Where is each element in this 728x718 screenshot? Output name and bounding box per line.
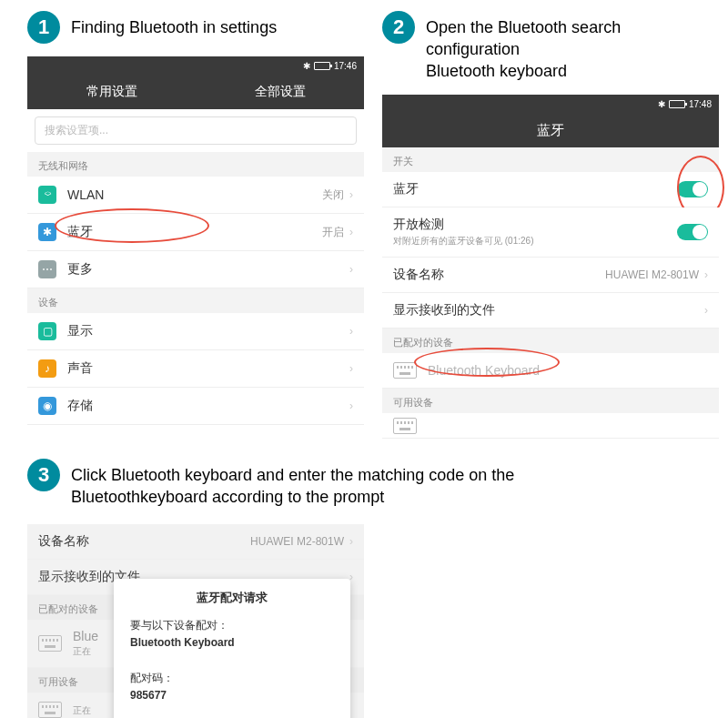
row-paired-keyboard[interactable]: Bluetooth Keyboard [382, 353, 719, 389]
keyboard-icon [393, 418, 417, 434]
section-available: 可用设备 [382, 389, 719, 413]
battery-icon [669, 100, 685, 108]
section-switch: 开关 [382, 147, 719, 172]
chevron-right-icon: › [704, 304, 708, 317]
battery-icon [314, 62, 330, 70]
dialog-pair-with: 要与以下设备配对： [130, 617, 334, 634]
screen-1-settings: ✱ 17:46 常用设置 全部设置 搜索设置项... 无线和网络 ⌔ WLAN … [27, 56, 364, 425]
pairing-dialog: 蓝牙配对请求 要与以下设备配对： Bluetooth Keyboard 配对码：… [114, 579, 350, 718]
keyboard-icon [38, 635, 62, 652]
tab-common-settings[interactable]: 常用设置 [27, 75, 196, 109]
dialog-code-label: 配对码： [130, 670, 334, 687]
row-bluetooth[interactable]: ✱ 蓝牙 开启 › [27, 214, 364, 251]
row-bt-toggle[interactable]: 蓝牙 [382, 172, 719, 207]
chevron-right-icon: › [349, 263, 353, 276]
step-1-text: Finding Bluetooth in settings [71, 11, 277, 38]
bluetooth-value: 开启 [322, 225, 344, 240]
chevron-right-icon: › [349, 188, 353, 201]
step-2-text: Open the Bluetooth search configuration … [426, 11, 701, 82]
wlan-label: WLAN [67, 187, 322, 202]
step-3-text: Click Bluetooth keyboard and enter the m… [71, 459, 514, 508]
status-time: 17:48 [689, 99, 712, 109]
chevron-right-icon: › [704, 268, 708, 281]
detect-toggle[interactable] [677, 224, 708, 240]
bluetooth-icon: ✱ [303, 61, 310, 71]
storage-label: 存储 [67, 398, 349, 414]
row-available-item[interactable] [382, 413, 719, 439]
display-label: 显示 [67, 323, 349, 339]
section-device: 设备 [27, 288, 364, 313]
row-display[interactable]: ▢ 显示 › [27, 313, 364, 350]
tab-all-settings[interactable]: 全部设置 [196, 75, 364, 109]
keyboard-icon [38, 702, 62, 718]
chevron-right-icon: › [349, 325, 353, 338]
row-detect[interactable]: 开放检测 对附近所有的蓝牙设备可见 (01:26) [382, 207, 719, 258]
bt-toggle-label: 蓝牙 [393, 181, 677, 197]
row-storage[interactable]: ◉ 存储 › [27, 388, 364, 425]
row-received-files[interactable]: 显示接收到的文件 › [382, 293, 719, 329]
more-label: 更多 [67, 261, 349, 278]
step-3-line1: Click Bluetooth keyboard and enter the m… [71, 466, 514, 484]
row-sound[interactable]: ♪ 声音 › [27, 350, 364, 388]
dialog-code: 985677 [130, 687, 334, 704]
bluetooth-icon: ✱ [38, 223, 56, 241]
more-icon: ⋯ [38, 260, 56, 278]
step-3-number: 3 [27, 459, 60, 491]
device-name-label: 设备名称 [393, 267, 605, 283]
bt-toggle[interactable] [677, 181, 708, 197]
device-name-value: HUAWEI M2-801W [605, 268, 699, 281]
wlan-value: 关闭 [322, 187, 344, 203]
keyboard-icon [393, 362, 417, 379]
section-paired: 已配对的设备 [382, 329, 719, 353]
screen-title: 蓝牙 [382, 113, 719, 147]
detect-label: 开放检测 [393, 217, 677, 233]
bluetooth-label: 蓝牙 [67, 224, 322, 240]
keyboard-label: Bluetooth Keyboard [428, 363, 708, 378]
step-2-line1: Open the Bluetooth search configuration [426, 18, 621, 58]
device-name-value: HUAWEI M2-801W [250, 535, 344, 548]
sound-label: 声音 [67, 360, 349, 377]
chevron-right-icon: › [349, 535, 353, 548]
dialog-device-name: Bluetooth Keyboard [130, 634, 334, 652]
received-files-label: 显示接收到的文件 [393, 302, 704, 319]
status-time: 17:46 [334, 61, 357, 71]
row-device-name[interactable]: 设备名称 HUAWEI M2-801W › [382, 258, 719, 293]
step-3-line2: Bluetoothkeyboard according to the promp… [71, 488, 384, 506]
bluetooth-icon: ✱ [658, 99, 665, 109]
chevron-right-icon: › [349, 399, 353, 412]
row-more[interactable]: ⋯ 更多 › [27, 251, 364, 288]
section-wireless: 无线和网络 [27, 152, 364, 177]
display-icon: ▢ [38, 322, 56, 340]
chevron-right-icon: › [349, 362, 353, 375]
storage-icon: ◉ [38, 397, 56, 415]
chevron-right-icon: › [349, 226, 353, 238]
sound-icon: ♪ [38, 359, 56, 378]
step-1-number: 1 [27, 11, 60, 44]
step-2-line2: Bluetooth keyboard [426, 62, 567, 80]
search-input[interactable]: 搜索设置项... [35, 116, 357, 145]
row-device-name[interactable]: 设备名称 HUAWEI M2-801W › [27, 524, 364, 560]
step-2-number: 2 [382, 11, 415, 44]
detect-sub: 对附近所有的蓝牙设备可见 (01:26) [393, 235, 677, 248]
row-wlan[interactable]: ⌔ WLAN 关闭 › [27, 177, 364, 214]
screen-2-bluetooth: ✱ 17:48 蓝牙 开关 蓝牙 开放检测 对附近所有的蓝牙设备可见 (01:2… [382, 95, 719, 439]
wifi-icon: ⌔ [38, 186, 56, 204]
dialog-title: 蓝牙配对请求 [114, 579, 350, 613]
device-name-label: 设备名称 [38, 533, 250, 550]
